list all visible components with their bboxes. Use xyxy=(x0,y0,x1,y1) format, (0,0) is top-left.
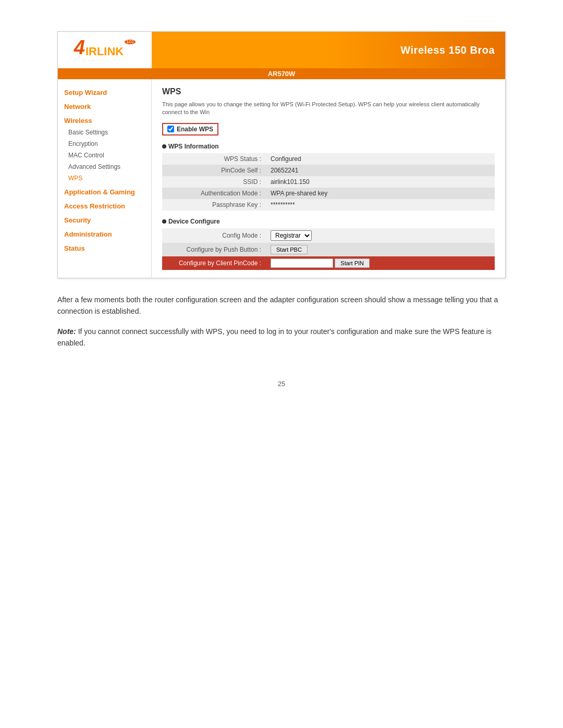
table-row-highlighted: Configure by Client PinCode : Start PIN xyxy=(162,256,495,270)
note-label: Note: xyxy=(57,327,76,336)
config-table: Config Mode : Registrar Enrollee Configu… xyxy=(162,228,495,270)
sidebar-item-mac-control[interactable]: MAC Control xyxy=(58,150,151,161)
field-label: Configure by Client PinCode : xyxy=(162,256,266,270)
wps-info-table: WPS Status : Configured PinCode Self : 2… xyxy=(162,153,495,211)
sidebar: Setup Wizard Network Wireless Basic Sett… xyxy=(58,79,152,278)
enable-wps-box[interactable]: Enable WPS xyxy=(162,123,218,135)
field-label: Configure by Push Button : xyxy=(162,243,266,256)
logo-tagline: · · · · · · · xyxy=(74,58,105,63)
logo-airlink-text: IRLINK xyxy=(85,46,124,57)
page-title: WPS xyxy=(162,87,495,96)
start-pin-button[interactable]: Start PIN xyxy=(335,258,370,268)
field-label: WPS Status : xyxy=(162,153,266,165)
pin-code-input[interactable] xyxy=(271,258,333,268)
push-button-cell: Start PBC xyxy=(266,243,495,256)
table-row: Configure by Push Button : Start PBC xyxy=(162,243,495,256)
config-mode-select[interactable]: Registrar Enrollee xyxy=(271,230,312,241)
sidebar-item-application-gaming[interactable]: Application & Gaming xyxy=(58,186,151,198)
sidebar-item-security[interactable]: Security xyxy=(58,214,151,226)
bullet-icon xyxy=(162,144,166,149)
sidebar-item-basic-settings[interactable]: Basic Settings xyxy=(58,127,151,138)
bottom-text-area: After a few moments both the router conf… xyxy=(57,294,506,349)
table-row: PinCode Self : 20652241 xyxy=(162,165,495,176)
enable-wps-checkbox[interactable] xyxy=(167,126,174,132)
sidebar-item-status[interactable]: Status xyxy=(58,242,151,254)
page-number: 25 xyxy=(42,380,521,388)
sidebar-item-setup-wizard[interactable]: Setup Wizard xyxy=(58,87,151,98)
device-configure-section-header: Device Configure xyxy=(162,218,495,225)
page-description: This page allows you to change the setti… xyxy=(162,101,495,117)
field-value: ********** xyxy=(266,199,495,211)
table-row: SSID : airlink101.150 xyxy=(162,176,495,188)
field-label: Passphrase Key : xyxy=(162,199,266,211)
field-label: Config Mode : xyxy=(162,228,266,243)
paragraph-1: After a few moments both the router conf… xyxy=(57,294,506,317)
sidebar-item-encryption[interactable]: Encryption xyxy=(58,138,151,150)
table-row: Authentication Mode : WPA pre-shared key xyxy=(162,188,495,199)
config-mode-cell: Registrar Enrollee xyxy=(266,228,495,243)
sidebar-item-administration[interactable]: Administration xyxy=(58,228,151,240)
table-row: Passphrase Key : ********** xyxy=(162,199,495,211)
sidebar-item-advanced-settings[interactable]: Advanced Settings xyxy=(58,161,151,172)
main-content: WPS This page allows you to change the s… xyxy=(152,79,505,278)
table-row: Config Mode : Registrar Enrollee xyxy=(162,228,495,243)
note-content: If you cannot connect successfully with … xyxy=(57,327,492,347)
sidebar-item-wps[interactable]: WPS xyxy=(58,172,151,184)
enable-wps-label: Enable WPS xyxy=(177,126,213,133)
paragraph-2: Note: If you cannot connect successfully… xyxy=(57,326,506,349)
router-body: Setup Wizard Network Wireless Basic Sett… xyxy=(58,79,505,278)
field-label: SSID : xyxy=(162,176,266,188)
router-header-title: Wireless 150 Broa xyxy=(152,32,505,68)
start-pbc-button[interactable]: Start PBC xyxy=(271,245,308,254)
model-text: AR570W xyxy=(268,70,296,78)
wps-info-section-header: WPS Information xyxy=(162,143,495,150)
sidebar-item-wireless[interactable]: Wireless xyxy=(58,115,151,127)
table-row: WPS Status : Configured xyxy=(162,153,495,165)
logo-badge: 101 xyxy=(125,40,136,44)
router-ui-panel: 4 IRLINK 101 · · · · · · · Wireless 150 … xyxy=(57,31,506,278)
field-value: WPA pre-shared key xyxy=(266,188,495,199)
header-title-text: Wireless 150 Broa xyxy=(400,44,495,56)
router-header: 4 IRLINK 101 · · · · · · · Wireless 150 … xyxy=(58,32,505,68)
logo-numeral: 4 xyxy=(74,38,85,57)
airlink-logo: 4 IRLINK 101 · · · · · · · xyxy=(74,38,136,63)
pin-code-cell: Start PIN xyxy=(266,256,495,270)
logo-area: 4 IRLINK 101 · · · · · · · xyxy=(58,32,152,68)
field-label: Authentication Mode : xyxy=(162,188,266,199)
field-value: airlink101.150 xyxy=(266,176,495,188)
bullet-icon xyxy=(162,219,166,224)
field-label: PinCode Self : xyxy=(162,165,266,176)
sidebar-item-access-restriction[interactable]: Access Restriction xyxy=(58,200,151,212)
field-value: 20652241 xyxy=(266,165,495,176)
model-bar: AR570W xyxy=(58,68,505,79)
sidebar-item-network[interactable]: Network xyxy=(58,101,151,113)
field-value: Configured xyxy=(266,153,495,165)
